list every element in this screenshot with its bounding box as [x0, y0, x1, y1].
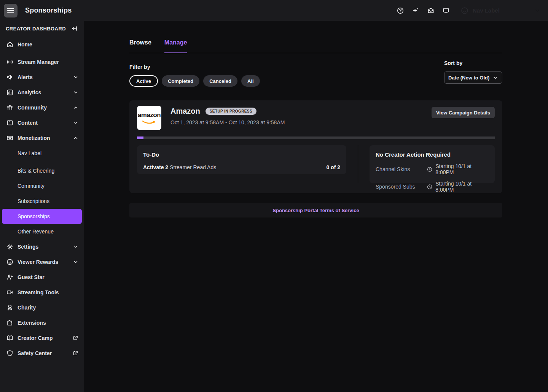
- sidebar-item-extensions[interactable]: Extensions: [0, 315, 84, 330]
- chevron-up-icon: [73, 135, 78, 141]
- controls-row: Filter by Active Completed Canceled All …: [129, 64, 502, 87]
- sidebar-item-community-sub[interactable]: Community: [0, 178, 84, 194]
- amazon-logo: amazon: [137, 106, 161, 130]
- external-link-icon: [72, 350, 78, 356]
- gear-icon: [6, 243, 14, 251]
- sort-group: Sort by Date (New to Old): [444, 60, 502, 87]
- campaign-name: Amazon: [170, 107, 200, 116]
- video-frame-icon: [6, 119, 14, 127]
- book-icon: [6, 334, 14, 342]
- view-campaign-details-button[interactable]: View Campaign Details: [432, 107, 495, 118]
- home-icon: [6, 41, 14, 48]
- sidebar-item-nav-label[interactable]: Nav Label: [0, 146, 84, 161]
- sidebar-item-other-revenue[interactable]: Other Revenue: [0, 224, 84, 239]
- sidebar-item-safety-center[interactable]: Safety Center: [0, 346, 84, 361]
- campaign-title-block: Amazon SETUP IN PROGRESS Oct 1, 2023 at …: [170, 106, 432, 125]
- campaign-title-row: Amazon SETUP IN PROGRESS: [170, 107, 432, 116]
- terms-of-service-link[interactable]: Sponsorship Portal Terms of Service: [272, 208, 359, 213]
- panel-divider: [358, 145, 358, 183]
- campaign-card-header: amazon Amazon SETUP IN PROGRESS Oct 1, 2…: [137, 106, 495, 130]
- filter-pill-active[interactable]: Active: [129, 75, 158, 87]
- sidebar-item-charity[interactable]: Charity: [0, 300, 84, 315]
- sort-dropdown-value: Date (New to Old): [448, 75, 489, 81]
- page-title: Sponsorships: [25, 6, 72, 14]
- puzzle-icon: [6, 319, 14, 327]
- megaphone-icon: [6, 73, 14, 81]
- no-action-title: No Creator Action Required: [376, 151, 489, 158]
- help-button[interactable]: [393, 4, 408, 17]
- chevron-down-icon: [73, 259, 78, 265]
- no-action-row: Channel Skins Starting 10/1 at 8:00PM: [376, 163, 489, 175]
- chevron-down-icon: [73, 75, 78, 80]
- tabs-row: Browse Manage: [129, 39, 502, 53]
- sidebar-item-guest-star[interactable]: Guest Star: [0, 270, 84, 285]
- filter-pills: Active Completed Canceled All: [129, 75, 260, 87]
- sidebar: CREATOR DASHBOARD Home Stream Manager Al…: [0, 21, 84, 392]
- todo-task-bold: Activate 2: [143, 164, 168, 170]
- campaign-card: amazon Amazon SETUP IN PROGRESS Oct 1, 2…: [129, 100, 502, 193]
- help-circle-icon: [397, 7, 404, 14]
- no-action-row-time: Starting 10/1 at 8:00PM: [427, 163, 489, 175]
- collapse-sidebar-button[interactable]: [70, 24, 79, 33]
- sidebar-item-stream-manager[interactable]: Stream Manager: [0, 54, 84, 70]
- sidebar-item-alerts[interactable]: Alerts: [0, 70, 84, 85]
- bar-chart-icon: [6, 89, 14, 96]
- chevron-down-icon: [73, 90, 78, 95]
- sidebar-item-content[interactable]: Content: [0, 115, 84, 130]
- filter-pill-canceled[interactable]: Canceled: [203, 75, 237, 87]
- sidebar-item-monetization[interactable]: Monetization: [0, 130, 84, 146]
- shield-icon: [6, 349, 14, 357]
- inbox-button[interactable]: [423, 4, 438, 17]
- sort-dropdown[interactable]: Date (New to Old): [444, 71, 502, 84]
- people-icon: [6, 104, 14, 111]
- whispers-button[interactable]: [438, 4, 454, 17]
- sidebar-item-community[interactable]: Community: [0, 100, 84, 115]
- amazon-logo-text: amazon: [137, 111, 161, 119]
- no-action-row-time: Starting 10/1 at 8:00PM: [427, 181, 489, 193]
- amazon-smile-arrow: [142, 120, 156, 125]
- campaign-progress-fill: [137, 136, 143, 139]
- ribbon-icon: [6, 304, 14, 311]
- account-menu[interactable]: Nav Label: [460, 6, 540, 15]
- sparkle-icon: [412, 7, 419, 14]
- tab-browse[interactable]: Browse: [129, 39, 151, 53]
- sidebar-item-subscriptions[interactable]: Subscriptions: [0, 194, 84, 209]
- filter-by-label: Filter by: [129, 64, 260, 70]
- sidebar-item-analytics[interactable]: Analytics: [0, 85, 84, 100]
- broadcast-icon: [6, 58, 14, 66]
- clock-icon: [427, 184, 432, 190]
- chevron-down-icon: [73, 120, 78, 125]
- sidebar-item-streaming-tools[interactable]: Streaming Tools: [0, 285, 84, 300]
- campaign-dates: Oct 1, 2023 at 9:58AM - Oct 10, 2023 at …: [170, 119, 432, 125]
- todo-title: To-Do: [143, 151, 340, 158]
- hamburger-menu-button[interactable]: [4, 4, 18, 17]
- topbar: Sponsorships Nav Label: [0, 0, 548, 21]
- todo-task: Activate 2 Streamer Read Ads: [143, 164, 216, 170]
- chevron-up-icon: [73, 105, 78, 110]
- sidebar-item-settings[interactable]: Settings: [0, 239, 84, 254]
- chevron-down-icon: [73, 244, 78, 249]
- external-link-icon: [72, 335, 78, 341]
- sidebar-item-bits-cheering[interactable]: Bits & Cheering: [0, 163, 84, 178]
- todo-task-rest: Streamer Read Ads: [168, 164, 216, 170]
- campaign-progress-track: [137, 136, 495, 139]
- tab-manage[interactable]: Manage: [164, 39, 187, 53]
- chevron-down-icon: [492, 75, 498, 81]
- account-label: Nav Label: [473, 7, 534, 14]
- sidebar-item-viewer-rewards[interactable]: Viewer Rewards: [0, 254, 84, 270]
- filter-pill-all[interactable]: All: [241, 75, 260, 87]
- no-action-row: Sponsored Subs Starting 10/1 at 8:00PM: [376, 181, 489, 193]
- chevron-down-icon: [534, 8, 540, 14]
- sidebar-item-home[interactable]: Home: [0, 37, 84, 52]
- sidebar-header-label: CREATOR DASHBOARD: [6, 26, 70, 32]
- person-plus-icon: [6, 273, 14, 281]
- smiley-icon: [6, 258, 14, 266]
- sidebar-item-creator-camp[interactable]: Creator Camp: [0, 330, 84, 346]
- no-action-panel: No Creator Action Required Channel Skins…: [370, 145, 495, 183]
- smiley-avatar-icon: [460, 6, 469, 15]
- sidebar-item-sponsorships[interactable]: Sponsorships: [2, 209, 82, 224]
- terms-bar: Sponsorship Portal Terms of Service: [129, 203, 502, 217]
- filter-group: Filter by Active Completed Canceled All: [129, 64, 260, 87]
- filter-pill-completed[interactable]: Completed: [162, 75, 199, 87]
- highlights-button[interactable]: [408, 4, 423, 17]
